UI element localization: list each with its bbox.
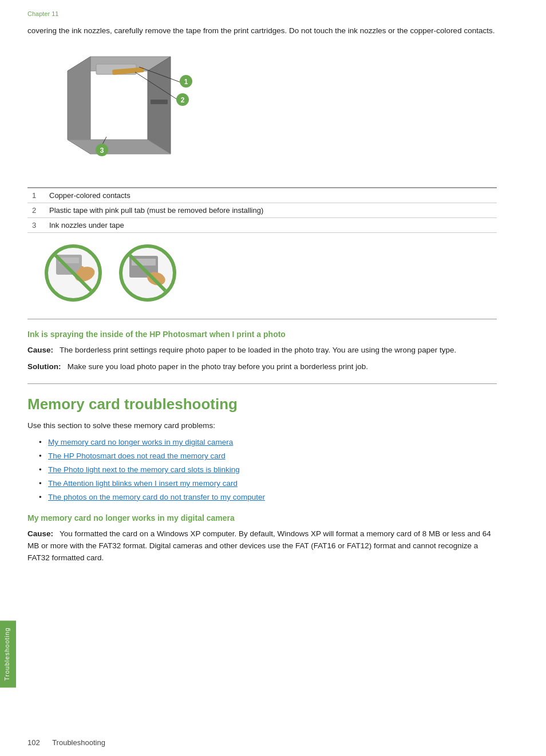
cause-text: The borderless print settings require ph… xyxy=(60,346,456,354)
memory-card-link-5[interactable]: The photos on the memory card do not tra… xyxy=(48,493,265,501)
table-row: 1 Copper-colored contacts xyxy=(27,188,497,203)
svg-text:2: 2 xyxy=(181,96,185,104)
row-num: 3 xyxy=(27,218,45,233)
solution-text: Make sure you load photo paper in the ph… xyxy=(68,362,368,371)
solution-paragraph: Solution: Make sure you load photo paper… xyxy=(27,361,497,373)
no-touch-icons xyxy=(45,244,529,302)
row-num: 1 xyxy=(27,188,45,203)
my-memory-card-heading: My memory card no longer works in my dig… xyxy=(27,513,529,523)
memory-card-heading: Memory card troubleshooting xyxy=(27,395,529,413)
row-desc: Plastic tape with pink pull tab (must be… xyxy=(45,203,497,218)
memory-card-intro: Use this section to solve these memory c… xyxy=(27,420,497,432)
my-memory-card-cause-block: Cause: You formatted the card on a Windo… xyxy=(27,528,497,564)
row-desc: Copper-colored contacts xyxy=(45,188,497,203)
memory-card-links: My memory card no longer works in my dig… xyxy=(39,437,529,502)
table-row: 3 Ink nozzles under tape xyxy=(27,218,497,233)
row-desc: Ink nozzles under tape xyxy=(45,218,497,233)
section-divider-2 xyxy=(27,383,497,384)
side-tab-label: Troubleshooting xyxy=(0,620,16,687)
svg-text:1: 1 xyxy=(184,78,188,86)
memory-card-link-1[interactable]: My memory card no longer works in my dig… xyxy=(48,438,233,446)
solution-label: Solution: xyxy=(27,362,61,371)
my-memory-card-cause-label: Cause: xyxy=(27,529,53,538)
svg-text:3: 3 xyxy=(100,147,104,155)
main-content: Chapter 11 covering the ink nozzles, car… xyxy=(16,0,546,756)
list-item: The Photo light next to the memory card … xyxy=(39,465,529,476)
page-number: 102 xyxy=(27,738,40,747)
chapter-label: Chapter 11 xyxy=(27,10,529,17)
callout-table: 1 Copper-colored contacts 2 Plastic tape… xyxy=(27,187,497,233)
my-memory-card-cause-paragraph: Cause: You formatted the card on a Windo… xyxy=(27,528,497,564)
intro-paragraph: covering the ink nozzles, carefully remo… xyxy=(27,25,497,37)
ink-spraying-section: Ink is spraying the inside of the HP Pho… xyxy=(27,330,529,373)
cause-paragraph: Cause: The borderless print settings req… xyxy=(27,345,497,357)
page-footer: 102 Troubleshooting xyxy=(27,738,105,747)
memory-card-link-4[interactable]: The Attention light blinks when I insert… xyxy=(48,479,238,488)
ink-spraying-heading: Ink is spraying the inside of the HP Pho… xyxy=(27,330,529,339)
my-memory-card-cause-text: You formatted the card on a Windows XP c… xyxy=(27,529,491,562)
memory-card-section: Memory card troubleshooting Use this sec… xyxy=(27,395,529,564)
table-row: 2 Plastic tape with pink pull tab (must … xyxy=(27,203,497,218)
list-item: My memory card no longer works in my dig… xyxy=(39,437,529,448)
cause-block: Cause: The borderless print settings req… xyxy=(27,345,497,373)
my-memory-card-section: My memory card no longer works in my dig… xyxy=(27,513,529,564)
printer-diagram: 1 2 3 xyxy=(39,48,529,181)
svg-rect-4 xyxy=(151,100,168,104)
page-section: Troubleshooting xyxy=(52,738,105,747)
row-num: 2 xyxy=(27,203,45,218)
cause-label: Cause: xyxy=(27,346,53,354)
list-item: The photos on the memory card do not tra… xyxy=(39,492,529,503)
list-item: The Attention light blinks when I insert… xyxy=(39,478,529,489)
memory-card-link-3[interactable]: The Photo light next to the memory card … xyxy=(48,465,240,474)
no-touch-icon-2 xyxy=(119,244,176,302)
side-tab: Troubleshooting xyxy=(0,0,16,756)
memory-card-link-2[interactable]: The HP Photosmart does not read the memo… xyxy=(48,452,225,460)
list-item: The HP Photosmart does not read the memo… xyxy=(39,451,529,462)
no-touch-icon-1 xyxy=(45,244,102,302)
section-divider-1 xyxy=(27,319,497,319)
